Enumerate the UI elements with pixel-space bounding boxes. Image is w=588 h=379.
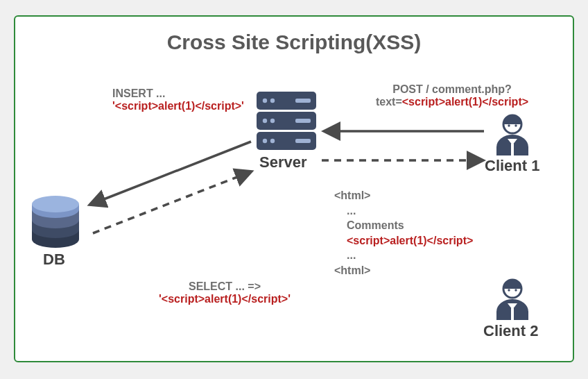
svg-point-27 <box>514 289 517 291</box>
client1-icon <box>492 112 533 155</box>
insert-label: INSERT ... '<script>alert(1)</script>' <box>112 87 244 112</box>
svg-point-2 <box>270 99 275 103</box>
svg-rect-24 <box>511 144 514 155</box>
svg-point-5 <box>263 119 267 123</box>
svg-rect-28 <box>511 308 514 320</box>
svg-point-20 <box>32 196 79 212</box>
select-label: SELECT ... => '<script>alert(1)</script>… <box>148 280 301 305</box>
select-prefix: SELECT ... => <box>189 280 261 292</box>
svg-rect-11 <box>295 139 311 143</box>
response-l5: ... <box>334 249 356 261</box>
diagram-frame: Cross Site Scripting(XSS) Server <box>14 15 574 362</box>
post-label: POST / comment.php? text=<script>alert(1… <box>362 83 542 108</box>
post-line1: POST / comment.php? <box>392 83 512 95</box>
diagram-title: Cross Site Scripting(XSS) <box>15 31 573 54</box>
response-l6: <html> <box>334 264 370 276</box>
arrows-layer <box>15 17 576 364</box>
svg-rect-7 <box>295 119 311 123</box>
response-l3: Comments <box>334 219 404 231</box>
svg-point-9 <box>263 139 267 143</box>
response-l4: <script>alert(1)</script> <box>334 235 473 246</box>
svg-point-26 <box>508 289 510 291</box>
server-label: Server <box>259 153 307 171</box>
response-l2: ... <box>334 205 356 217</box>
client1-label: Client 1 <box>485 157 539 175</box>
svg-line-31 <box>92 142 251 204</box>
svg-point-1 <box>263 99 267 103</box>
post-line2-prefix: text= <box>376 96 402 108</box>
response-l1: <html> <box>334 190 370 201</box>
server-icon <box>257 92 316 151</box>
svg-point-6 <box>270 119 275 123</box>
svg-point-10 <box>270 139 275 143</box>
insert-prefix: INSERT ... <box>112 87 165 99</box>
database-icon <box>31 195 80 249</box>
response-label: <html> ... Comments <script>alert(1)</sc… <box>334 188 473 278</box>
db-label: DB <box>43 251 65 269</box>
svg-rect-3 <box>295 99 311 103</box>
client2-label: Client 2 <box>483 322 538 340</box>
post-line2-payload: <script>alert(1)</script> <box>402 96 528 108</box>
svg-point-23 <box>514 124 517 126</box>
client2-icon <box>492 277 533 320</box>
select-payload: '<script>alert(1)</script>' <box>159 293 291 305</box>
svg-point-22 <box>508 124 510 126</box>
svg-line-32 <box>93 172 250 233</box>
insert-payload: '<script>alert(1)</script>' <box>112 100 244 112</box>
